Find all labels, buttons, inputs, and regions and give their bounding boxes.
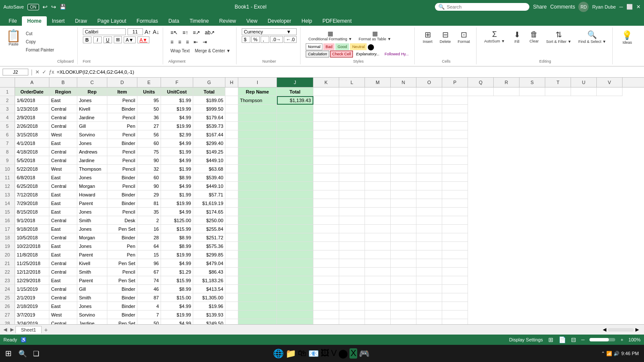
cell-a6[interactable]: 3/15/2018 xyxy=(15,130,49,139)
tab-timeline[interactable]: Timeline xyxy=(184,16,214,26)
cell-g6[interactable]: $167.44 xyxy=(193,130,225,139)
cell-a23[interactable]: 12/29/2018 xyxy=(15,276,49,285)
col-header-d[interactable]: D xyxy=(107,78,137,87)
cell-h18[interactable] xyxy=(225,233,238,242)
cell-r1[interactable] xyxy=(494,87,519,96)
cell-o5[interactable] xyxy=(416,122,442,130)
cell-h25[interactable] xyxy=(225,293,238,302)
cell-d13[interactable]: Binder xyxy=(107,190,137,199)
cell-h23[interactable] xyxy=(225,276,238,285)
search-bar[interactable]: 🔍 xyxy=(435,3,529,11)
fill-button[interactable]: ⬇ Fill xyxy=(509,28,525,45)
row-num-15[interactable]: 15 xyxy=(0,208,15,216)
cell-i20[interactable] xyxy=(238,250,277,259)
cell-m27[interactable] xyxy=(365,311,391,319)
cell-k10[interactable] xyxy=(313,165,339,173)
col-header-o[interactable]: O xyxy=(416,78,442,87)
row-num-20[interactable]: 20 xyxy=(0,250,15,259)
cell-h1[interactable] xyxy=(225,87,238,96)
cell-b20[interactable]: East xyxy=(49,250,77,259)
cell-f11[interactable]: $8.99 xyxy=(161,173,193,182)
cell-c6[interactable]: Sorvino xyxy=(77,130,107,139)
cell-a18[interactable]: 10/5/2018 xyxy=(15,233,49,242)
col-header-g[interactable]: G xyxy=(193,78,225,87)
cell-h12[interactable] xyxy=(225,182,238,190)
taskbar-folder-icon[interactable]: 📁 xyxy=(286,348,296,359)
cell-c4[interactable]: Jardine xyxy=(77,113,107,122)
cell-f10[interactable]: $1.99 xyxy=(161,165,193,173)
cell-f24[interactable]: $8.99 xyxy=(161,285,193,293)
font-name-input[interactable] xyxy=(83,28,126,35)
cell-a1[interactable]: OrderDate xyxy=(15,87,49,96)
taskbar-mail-icon[interactable]: 📧 xyxy=(308,348,319,359)
scroll-left-h[interactable]: ◀ xyxy=(603,327,606,332)
cell-b19[interactable]: East xyxy=(49,242,77,250)
row-num-11[interactable]: 11 xyxy=(0,173,15,182)
scroll-right-icon[interactable]: ▶ xyxy=(9,326,15,333)
decrease-decimal[interactable]: ←.0 xyxy=(284,36,297,43)
align-top-left[interactable]: ≡↖ xyxy=(168,28,180,37)
cell-p8[interactable] xyxy=(442,148,468,156)
cell-m22[interactable] xyxy=(365,268,391,276)
cell-n2[interactable] xyxy=(391,96,416,105)
cell-c10[interactable]: Thompson xyxy=(77,165,107,173)
row-num-5[interactable]: 5 xyxy=(0,122,15,130)
cell-e27[interactable]: 7 xyxy=(137,311,161,319)
tab-draw[interactable]: Draw xyxy=(70,16,92,26)
cell-b16[interactable]: Central xyxy=(49,216,77,225)
cell-e21[interactable]: 96 xyxy=(137,259,161,268)
cut-button[interactable]: Cut xyxy=(24,30,56,37)
undo-icon[interactable]: ↩ xyxy=(43,3,48,10)
cell-h15[interactable] xyxy=(225,208,238,216)
style-followed[interactable]: Followed Hy... xyxy=(383,51,411,57)
formula-input[interactable] xyxy=(57,69,641,75)
cell-f7[interactable]: $4.99 xyxy=(161,139,193,148)
cell-i4[interactable] xyxy=(238,113,277,122)
cell-n27[interactable] xyxy=(391,311,416,319)
cell-m25[interactable] xyxy=(365,293,391,302)
cell-g10[interactable]: $63.68 xyxy=(193,165,225,173)
cell-g11[interactable]: $539.40 xyxy=(193,173,225,182)
tab-page-layout[interactable]: Page Layout xyxy=(92,16,131,26)
cell-n5[interactable] xyxy=(391,122,416,130)
cell-l13[interactable] xyxy=(339,190,365,199)
cell-h8[interactable] xyxy=(225,148,238,156)
cell-k14[interactable] xyxy=(313,199,339,208)
cell-n23[interactable] xyxy=(391,276,416,285)
cell-j3[interactable] xyxy=(277,105,313,113)
close-button[interactable]: ✕ xyxy=(636,4,641,10)
cell-d16[interactable]: Desk xyxy=(107,216,137,225)
cell-h6[interactable] xyxy=(225,130,238,139)
cell-p24[interactable] xyxy=(442,285,468,293)
cell-m14[interactable] xyxy=(365,199,391,208)
cell-g22[interactable]: $86.43 xyxy=(193,268,225,276)
cell-j23[interactable] xyxy=(277,276,313,285)
cell-b21[interactable]: Central xyxy=(49,259,77,268)
paste-label[interactable]: Paste xyxy=(9,42,18,46)
cell-j21[interactable] xyxy=(277,259,313,268)
cell-n17[interactable] xyxy=(391,225,416,233)
percent-format[interactable]: % xyxy=(251,36,260,43)
cell-b9[interactable]: Central xyxy=(49,156,77,165)
cell-a21[interactable]: 11/25/2018 xyxy=(15,259,49,268)
cell-o17[interactable] xyxy=(416,225,442,233)
scroll-left-icon[interactable]: ◀ xyxy=(2,326,9,333)
cell-b13[interactable]: East xyxy=(49,190,77,199)
cell-i3[interactable] xyxy=(238,105,277,113)
col-header-t[interactable]: T xyxy=(545,78,571,87)
quick-access-save[interactable]: 💾 xyxy=(60,4,66,10)
cell-l18[interactable] xyxy=(339,233,365,242)
cell-g5[interactable]: $539.73 xyxy=(193,122,225,130)
cell-c3[interactable]: Kivell xyxy=(77,105,107,113)
cell-m21[interactable] xyxy=(365,259,391,268)
cell-b3[interactable]: Central xyxy=(49,105,77,113)
cell-m19[interactable] xyxy=(365,242,391,250)
cell-c9[interactable]: Jardine xyxy=(77,156,107,165)
cell-k6[interactable] xyxy=(313,130,339,139)
cell-o16[interactable] xyxy=(416,216,442,225)
cell-b2[interactable]: East xyxy=(49,96,77,105)
cell-o21[interactable] xyxy=(416,259,442,268)
cell-k21[interactable] xyxy=(313,259,339,268)
share-button[interactable]: Share xyxy=(533,4,547,10)
accounting-format[interactable]: $ xyxy=(242,36,250,43)
